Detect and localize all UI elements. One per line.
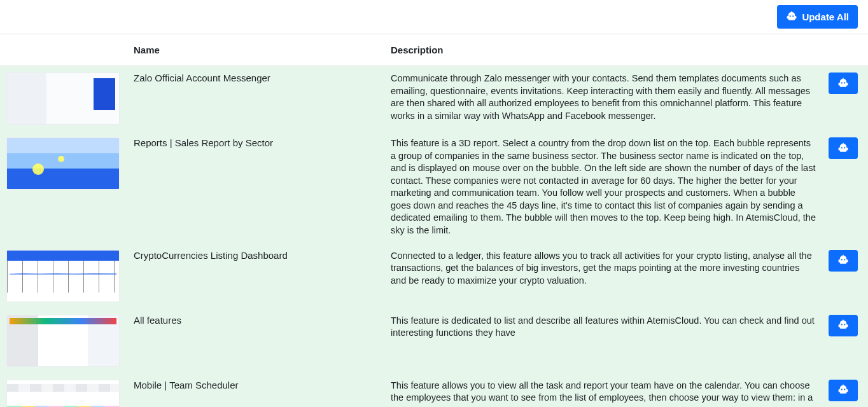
row-name: All features <box>134 315 181 326</box>
column-header-description: Description <box>384 34 822 66</box>
column-header-thumbnail <box>0 34 127 66</box>
update-all-label: Update All <box>802 11 849 22</box>
row-update-button[interactable] <box>829 380 858 401</box>
row-update-button[interactable] <box>829 137 858 159</box>
row-description: Communicate through Zalo messenger with … <box>391 73 810 121</box>
row-name: CryptoCurrencies Listing Dashboard <box>134 250 288 261</box>
row-name: Mobile | Team Scheduler <box>134 380 239 390</box>
row-update-button[interactable] <box>829 72 858 94</box>
table-row: Zalo Official Account Messenger Communic… <box>0 66 868 132</box>
table-row: Reports | Sales Report by Sector This fe… <box>0 131 868 244</box>
table-row: Mobile | Team Scheduler This feature all… <box>0 373 868 408</box>
row-name: Zalo Official Account Messenger <box>134 72 270 83</box>
row-thumbnail[interactable] <box>6 315 120 367</box>
robot-icon <box>837 254 849 267</box>
row-thumbnail[interactable] <box>6 137 120 190</box>
row-update-button[interactable] <box>829 250 858 272</box>
robot-icon <box>837 383 849 397</box>
row-description: This feature is dedicated to list and de… <box>391 315 815 338</box>
robot-icon <box>837 142 849 155</box>
row-thumbnail[interactable] <box>6 380 120 408</box>
update-all-button[interactable]: Update All <box>777 5 858 29</box>
column-header-name: Name <box>127 34 384 66</box>
row-description: This feature allows you to view all the … <box>391 380 813 403</box>
table-row: All features This feature is dedicated t… <box>0 308 868 373</box>
table-row: CryptoCurrencies Listing Dashboard Conne… <box>0 244 868 308</box>
row-description: This feature is a 3D report. Select a co… <box>391 138 816 235</box>
row-thumbnail[interactable] <box>6 250 120 302</box>
row-description: Connected to a ledger, this feature allo… <box>391 251 812 286</box>
robot-icon <box>786 10 797 24</box>
features-table: Name Description Zalo Official Account M… <box>0 34 868 407</box>
row-update-button[interactable] <box>829 315 858 336</box>
row-name: Reports | Sales Report by Sector <box>134 137 273 148</box>
robot-icon <box>837 319 849 332</box>
row-thumbnail[interactable] <box>6 72 120 125</box>
column-header-action <box>822 34 868 66</box>
robot-icon <box>837 77 849 90</box>
